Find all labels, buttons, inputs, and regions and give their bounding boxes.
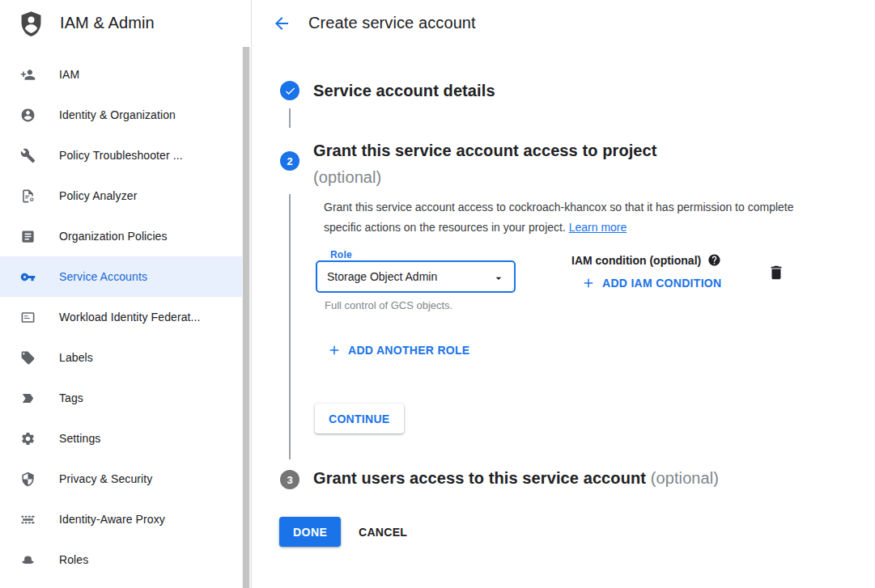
plus-icon [327,343,342,357]
step2-number-indicator: 2 [280,151,299,171]
page-title: Create service account [308,14,476,32]
step3-optional-label: (optional) [651,469,719,487]
sidebar-scrollbar[interactable] [242,47,251,588]
step-connector [289,194,291,459]
step3-title-text: Grant users access to this service accou… [313,469,646,487]
step3-number: 3 [287,474,292,486]
roles-hat-icon [20,552,36,568]
iam-condition-label: IAM condition (optional) [571,254,701,267]
role-select[interactable]: Storage Object Admin [316,260,516,293]
sidebar-item-identity-organization[interactable]: Identity & Organization [0,95,242,135]
top-bar: IAM & Admin Create service account [0,0,875,46]
role-select-value: Storage Object Admin [327,270,437,283]
sidebar-item-labels[interactable]: Labels [0,337,242,378]
back-button[interactable] [272,14,291,33]
product-header: IAM & Admin [0,0,252,46]
sidebar-item-label: Policy Troubleshooter ... [59,149,183,162]
sidebar-item-policy-troubleshooter[interactable]: Policy Troubleshooter ... [0,135,242,176]
sidebar-item-organization-policies[interactable]: Organization Policies [0,216,242,256]
sidebar-item-label: Labels [59,351,93,364]
role-helper-text: Full control of GCS objects. [325,299,452,311]
help-icon[interactable] [707,253,721,267]
sidebar-item-privacy-security[interactable]: Privacy & Security [0,459,242,499]
sidebar-item-workload-identity-federat[interactable]: Workload Identity Federat... [0,297,242,337]
label-icon [20,350,36,366]
check-icon [284,85,296,97]
learn-more-link[interactable]: Learn more [569,221,627,234]
sidebar-item-service-accounts[interactable]: Service Accounts [0,256,242,297]
arrow-back-icon [272,14,291,33]
step2-title-text: Grant this service account access to pro… [313,142,657,159]
add-iam-condition-button[interactable]: ADD IAM CONDITION [581,276,721,290]
done-button[interactable]: DONE [279,517,341,547]
sidebar-item-label: IAM [59,68,79,81]
step3-number-indicator: 3 [280,470,299,489]
page-header: Create service account [253,0,875,46]
sidebar-item-label: Tags [59,391,83,404]
step2-description: Grant this service account access to coc… [324,197,795,238]
add-another-role-label: ADD ANOTHER ROLE [348,344,470,357]
step3-title: Grant users access to this service accou… [313,469,719,488]
step1-title: Service account details [313,82,495,100]
tag-icon [20,391,36,406]
sidebar-item-policy-analyzer[interactable]: Policy Analyzer [0,176,242,216]
workload-identity-card-icon [20,310,36,325]
sidebar-item-label: Privacy & Security [59,472,152,485]
iam-shield-logo-icon [18,8,45,39]
step2-optional-label: (optional) [313,164,799,191]
sidebar-item-label: Identity-Aware Proxy [59,513,165,526]
create-service-account-panel: Service account details 2 Grant this ser… [253,47,875,588]
delete-role-button[interactable] [767,264,785,281]
dropdown-arrow-icon [492,272,505,285]
service-account-key-icon [20,269,36,285]
step2-description-text: Grant this service account access to coc… [324,201,794,234]
iam-condition-label-row: IAM condition (optional) [571,253,721,267]
sidebar-item-label: Policy Analyzer [59,189,137,202]
step2-number: 2 [287,155,292,167]
role-field-label: Role [326,249,356,260]
sidebar-item-label: Workload Identity Federat... [59,311,201,324]
plus-icon [581,276,596,290]
continue-button[interactable]: CONTINUE [315,404,404,434]
sidebar-item-label: Roles [59,553,88,566]
sidebar-nav-list: IAMIdentity & OrganizationPolicy Trouble… [0,54,242,580]
gear-icon [20,431,36,446]
sidebar-item-label: Organization Policies [59,230,168,243]
add-another-role-button[interactable]: ADD ANOTHER ROLE [327,343,470,357]
wrench-icon [20,148,36,163]
proxy-icon [20,512,36,527]
step1-complete-indicator [280,81,299,100]
trash-icon [767,264,785,281]
org-policies-doc-icon [20,229,36,244]
sidebar-item-identity-aware-proxy[interactable]: Identity-Aware Proxy [0,499,242,539]
add-iam-condition-label: ADD IAM CONDITION [602,277,721,290]
sidebar-item-label: Service Accounts [59,270,147,283]
cancel-button[interactable]: CANCEL [346,517,420,547]
policy-analyzer-icon [20,188,36,204]
sidebar-scrollbar-thumb[interactable] [243,47,249,588]
sidebar-item-label: Identity & Organization [59,108,176,121]
sidebar-item-tags[interactable]: Tags [0,378,242,418]
privacy-shield-icon [20,472,36,487]
sidebar-item-label: Settings [59,432,100,445]
product-title: IAM & Admin [60,14,155,32]
sidebar-item-iam[interactable]: IAM [0,54,242,95]
sidebar-item-settings[interactable]: Settings [0,418,242,459]
person-add-icon [20,67,36,82]
identity-person-icon [20,108,36,123]
sidebar-item-roles[interactable]: Roles [0,539,242,580]
step-connector [289,108,291,128]
sidebar: IAMIdentity & OrganizationPolicy Trouble… [0,47,252,588]
step2-title: Grant this service account access to pro… [313,137,799,191]
